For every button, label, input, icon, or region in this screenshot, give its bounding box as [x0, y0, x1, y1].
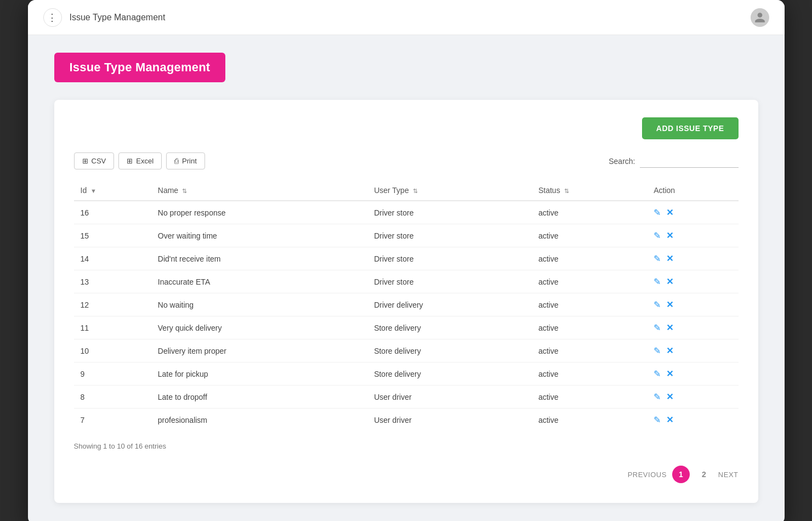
delete-icon[interactable]: ✕ [666, 415, 673, 425]
cell-action: ✎ ✕ [647, 293, 738, 316]
cell-name: Over waiting time [151, 224, 367, 247]
cell-id: 15 [74, 224, 151, 247]
cell-status: active [532, 316, 647, 339]
cell-name: Very quick delivery [151, 316, 367, 339]
page-banner: Issue Type Management [54, 53, 226, 82]
cell-action: ✎ ✕ [647, 409, 738, 432]
cell-status: active [532, 224, 647, 247]
cell-user-type: Driver store [367, 201, 532, 224]
cell-action: ✎ ✕ [647, 316, 738, 339]
cell-user-type: User driver [367, 409, 532, 432]
showing-text: Showing 1 to 10 of 16 entries [74, 442, 739, 450]
delete-icon[interactable]: ✕ [666, 253, 673, 264]
cell-user-type: User driver [367, 386, 532, 409]
content-card: ADD ISSUE TYPE ⊞ CSV ⊞ Excel ⎙ Print [54, 100, 758, 503]
excel-button[interactable]: ⊞ Excel [118, 152, 162, 169]
cell-status: active [532, 363, 647, 386]
delete-icon[interactable]: ✕ [666, 322, 673, 333]
delete-icon[interactable]: ✕ [666, 392, 673, 402]
cell-name: Late to dropoff [151, 386, 367, 409]
delete-icon[interactable]: ✕ [666, 369, 673, 379]
pagination: PREVIOUS 1 2 NEXT [74, 466, 739, 483]
cell-user-type: Store delivery [367, 316, 532, 339]
edit-icon[interactable]: ✎ [654, 253, 661, 264]
page-2-button[interactable]: 2 [695, 466, 713, 483]
table-row: 7 profesionalism User driver active ✎ ✕ [74, 409, 739, 432]
cell-name: Late for pickup [151, 363, 367, 386]
cell-id: 11 [74, 316, 151, 339]
cell-status: active [532, 270, 647, 293]
edit-icon[interactable]: ✎ [654, 369, 661, 379]
edit-icon[interactable]: ✎ [654, 392, 661, 402]
csv-icon: ⊞ [82, 157, 88, 165]
col-id: Id ▼ [74, 180, 151, 201]
edit-icon[interactable]: ✎ [654, 299, 661, 310]
table-row: 11 Very quick delivery Store delivery ac… [74, 316, 739, 339]
delete-icon[interactable]: ✕ [666, 230, 673, 241]
issue-type-table: Id ▼ Name ⇅ User Type ⇅ Status ⇅ Action … [74, 180, 739, 431]
sort-icon-name: ⇅ [182, 188, 187, 194]
cell-id: 7 [74, 409, 151, 432]
cell-name: Inaccurate ETA [151, 270, 367, 293]
table-row: 15 Over waiting time Driver store active… [74, 224, 739, 247]
main-content: Issue Type Management ADD ISSUE TYPE ⊞ C… [28, 35, 785, 521]
avatar [751, 8, 769, 27]
col-status: Status ⇅ [532, 180, 647, 201]
cell-user-type: Driver store [367, 270, 532, 293]
cell-user-type: Store delivery [367, 339, 532, 363]
print-button[interactable]: ⎙ Print [166, 152, 205, 169]
cell-user-type: Driver delivery [367, 293, 532, 316]
delete-icon[interactable]: ✕ [666, 299, 673, 310]
col-name: Name ⇅ [151, 180, 367, 201]
delete-icon[interactable]: ✕ [666, 346, 673, 356]
cell-status: active [532, 386, 647, 409]
edit-icon[interactable]: ✎ [654, 276, 661, 287]
cell-action: ✎ ✕ [647, 363, 738, 386]
topbar-title: Issue Type Management [70, 13, 166, 22]
edit-icon[interactable]: ✎ [654, 322, 661, 333]
search-input[interactable] [640, 154, 739, 168]
cell-status: active [532, 201, 647, 224]
table-row: 14 Did'nt receive item Driver store acti… [74, 247, 739, 270]
toolbar-right: Search: [609, 154, 738, 168]
menu-dots-button[interactable]: ⋮ [43, 8, 62, 27]
sort-icon-user-type: ⇅ [413, 188, 418, 194]
cell-id: 12 [74, 293, 151, 316]
cell-action: ✎ ✕ [647, 201, 738, 224]
edit-icon[interactable]: ✎ [654, 346, 661, 356]
cell-user-type: Driver store [367, 224, 532, 247]
cell-status: active [532, 339, 647, 363]
table-row: 8 Late to dropoff User driver active ✎ ✕ [74, 386, 739, 409]
cell-id: 8 [74, 386, 151, 409]
delete-icon[interactable]: ✕ [666, 207, 673, 218]
edit-icon[interactable]: ✎ [654, 207, 661, 218]
excel-icon: ⊞ [127, 157, 133, 165]
topbar: ⋮ Issue Type Management [28, 0, 785, 35]
print-icon: ⎙ [174, 157, 179, 165]
table-row: 12 No waiting Driver delivery active ✎ ✕ [74, 293, 739, 316]
page-1-button[interactable]: 1 [672, 466, 690, 483]
table-row: 10 Delivery item proper Store delivery a… [74, 339, 739, 363]
cell-id: 9 [74, 363, 151, 386]
edit-icon[interactable]: ✎ [654, 230, 661, 241]
cell-id: 10 [74, 339, 151, 363]
cell-name: No waiting [151, 293, 367, 316]
cell-id: 16 [74, 201, 151, 224]
add-issue-type-button[interactable]: ADD ISSUE TYPE [642, 117, 739, 139]
cell-id: 13 [74, 270, 151, 293]
cell-id: 14 [74, 247, 151, 270]
toolbar-left: ⊞ CSV ⊞ Excel ⎙ Print [74, 152, 205, 169]
previous-button[interactable]: PREVIOUS [628, 471, 667, 479]
next-button[interactable]: NEXT [718, 471, 739, 479]
edit-icon[interactable]: ✎ [654, 415, 661, 425]
delete-icon[interactable]: ✕ [666, 276, 673, 287]
cell-action: ✎ ✕ [647, 339, 738, 363]
toolbar: ⊞ CSV ⊞ Excel ⎙ Print Search: [74, 152, 739, 169]
cell-action: ✎ ✕ [647, 247, 738, 270]
csv-button[interactable]: ⊞ CSV [74, 152, 115, 169]
search-label: Search: [609, 157, 635, 166]
table-row: 9 Late for pickup Store delivery active … [74, 363, 739, 386]
table-row: 13 Inaccurate ETA Driver store active ✎ … [74, 270, 739, 293]
cell-status: active [532, 293, 647, 316]
cell-user-type: Driver store [367, 247, 532, 270]
